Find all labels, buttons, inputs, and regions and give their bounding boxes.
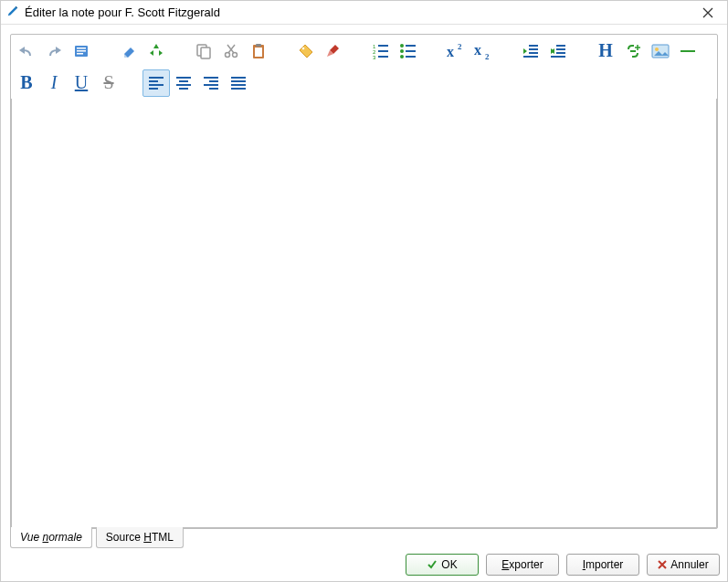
insert-link-button[interactable] (619, 37, 647, 65)
editor-textarea[interactable] (11, 99, 717, 528)
cancel-icon (658, 560, 667, 569)
svg-rect-17 (378, 56, 388, 58)
svg-text:x: x (474, 42, 481, 58)
svg-text:2: 2 (485, 52, 490, 60)
close-icon (702, 7, 713, 18)
align-right-button[interactable] (197, 69, 225, 97)
svg-rect-54 (231, 88, 246, 90)
eraser-button[interactable] (115, 37, 142, 65)
superscript-icon: x2 (446, 42, 466, 60)
underline-icon: U (75, 72, 88, 93)
tab-normal-view[interactable]: Vue normale (10, 527, 92, 548)
ordered-list-button[interactable]: 123 (367, 37, 395, 65)
redo-icon (45, 43, 63, 59)
svg-point-20 (400, 55, 404, 58)
svg-rect-3 (77, 53, 83, 55)
insert-image-button[interactable] (647, 37, 674, 65)
unordered-list-button[interactable] (395, 37, 422, 65)
export-button[interactable]: Exporter (486, 554, 559, 576)
svg-rect-34 (556, 52, 565, 54)
svg-rect-9 (255, 48, 262, 57)
ordered-list-icon: 123 (372, 43, 390, 59)
recycle-button[interactable] (142, 37, 170, 65)
clipboard-icon (249, 42, 268, 60)
outdent-button[interactable] (517, 37, 544, 65)
svg-text:2: 2 (458, 42, 462, 51)
svg-rect-5 (201, 48, 210, 58)
align-center-icon (175, 76, 192, 90)
titlebar: Éditer la note pour F. Scott Fitzgerald (1, 1, 727, 25)
svg-rect-48 (209, 80, 218, 82)
svg-rect-22 (406, 50, 416, 52)
svg-point-11 (302, 47, 305, 49)
subscript-icon: x2 (473, 42, 493, 60)
subscript-button[interactable]: x2 (470, 37, 497, 65)
align-left-button[interactable] (142, 69, 170, 97)
cancel-button[interactable]: Annuler (647, 554, 720, 576)
underline-button[interactable]: U (68, 69, 95, 97)
image-icon (651, 43, 670, 59)
import-button[interactable]: Importer (566, 554, 639, 576)
pencil-icon (6, 5, 19, 20)
svg-rect-49 (204, 84, 218, 86)
select-all-button[interactable] (68, 37, 95, 65)
svg-text:x: x (447, 44, 454, 59)
svg-point-18 (400, 44, 404, 48)
strikethrough-button[interactable]: S (95, 69, 122, 97)
superscript-button[interactable]: x2 (442, 37, 470, 65)
unordered-list-icon (399, 43, 417, 59)
cut-button[interactable] (217, 37, 245, 65)
clean-button[interactable] (320, 37, 347, 65)
eraser-icon (120, 43, 138, 59)
bold-button[interactable]: B (13, 69, 40, 97)
tab-normal-label: Vue normale (20, 531, 82, 544)
ok-label: OK (441, 558, 457, 571)
indent-button[interactable] (544, 37, 572, 65)
svg-rect-15 (378, 45, 388, 47)
undo-icon (17, 43, 36, 59)
align-left-icon (148, 76, 164, 90)
export-label: Exporter (501, 558, 543, 571)
content-area: 123 x2 x2 (1, 25, 727, 582)
close-button[interactable] (694, 4, 722, 22)
svg-rect-28 (529, 45, 538, 47)
svg-rect-41 (149, 84, 164, 86)
svg-rect-38 (681, 50, 695, 52)
highlight-button[interactable] (292, 37, 320, 65)
italic-button[interactable]: I (40, 69, 68, 97)
brush-icon (324, 42, 343, 60)
outdent-icon (522, 43, 540, 59)
ok-button[interactable]: OK (406, 554, 479, 576)
svg-rect-53 (231, 84, 246, 86)
svg-rect-39 (149, 77, 164, 79)
svg-rect-23 (406, 56, 416, 58)
svg-rect-44 (179, 80, 188, 82)
svg-rect-30 (529, 52, 538, 54)
svg-rect-45 (176, 84, 191, 86)
copy-button[interactable] (190, 37, 217, 65)
scissors-icon (222, 42, 240, 60)
svg-rect-46 (179, 88, 188, 90)
redo-button[interactable] (40, 37, 68, 65)
toolbar: 123 x2 x2 (10, 34, 718, 529)
strikethrough-icon: S (103, 72, 113, 93)
toolbar-row-1: 123 x2 x2 (11, 35, 717, 67)
paste-button[interactable] (245, 37, 272, 65)
svg-rect-32 (556, 45, 565, 47)
align-justify-icon (230, 76, 247, 90)
tab-source-html[interactable]: Source HTML (96, 527, 184, 548)
heading-button[interactable]: H (592, 37, 619, 65)
svg-rect-2 (77, 50, 86, 52)
svg-rect-21 (406, 45, 416, 47)
select-all-icon (73, 43, 90, 59)
align-justify-button[interactable] (225, 69, 252, 97)
horizontal-rule-button[interactable] (674, 37, 702, 65)
editor-dialog: Éditer la note pour F. Scott Fitzgerald (0, 0, 728, 582)
copy-icon (195, 42, 213, 60)
svg-rect-1 (77, 48, 86, 49)
view-tabs: Vue normale Source HTML (10, 527, 187, 548)
align-center-button[interactable] (170, 69, 197, 97)
undo-button[interactable] (13, 37, 40, 65)
svg-rect-33 (556, 48, 565, 50)
svg-rect-35 (551, 56, 565, 58)
